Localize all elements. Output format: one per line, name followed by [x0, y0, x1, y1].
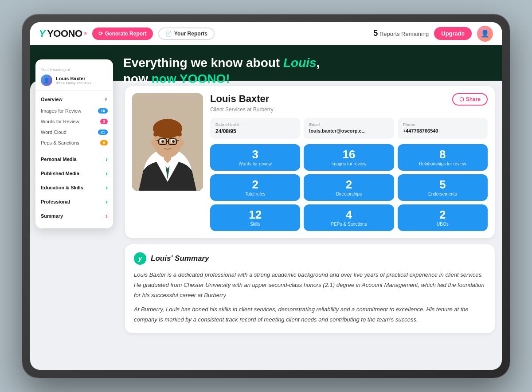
reports-count: 5	[373, 29, 378, 38]
sidebar-item-peps[interactable]: Peps & Sanctions 8	[35, 137, 113, 148]
logo-registered-icon: ®	[84, 31, 87, 36]
summary-section: y Louis' Summary Louis Baxter is a dedic…	[125, 244, 495, 333]
email-field: Email louis.baxter@oscorp.c...	[304, 118, 394, 139]
stat-roles-number: 2	[214, 179, 297, 190]
sidebar-item-overview[interactable]: Overview ∨	[35, 93, 113, 106]
logo-y-icon: Y	[39, 28, 45, 39]
dob-field: Date of birth 24/08/95	[210, 118, 300, 139]
navbar: Y YOONO ® ⟳ Generate Report 📄 Your Repor…	[30, 22, 502, 45]
sidebar-profile-section: You're looking at: 👤 Louis Baxter 09:14 …	[35, 64, 113, 91]
nav-divider-1	[35, 150, 113, 150]
tablet-device: Y YOONO ® ⟳ Generate Report 📄 Your Repor…	[22, 14, 510, 378]
stat-ubos-number: 2	[401, 209, 484, 220]
hero-comma: ,	[317, 56, 320, 70]
stat-rel-label: Relationships for review	[401, 161, 484, 166]
images-label: Images for Review	[41, 108, 81, 114]
summary-title: Louis' Summary	[151, 254, 209, 263]
stat-images: 16 Images for review	[304, 144, 394, 171]
hero-name: Louis	[283, 56, 317, 70]
upgrade-button[interactable]: Upgrade	[434, 27, 472, 40]
profile-name: Louis Baxter	[210, 93, 269, 105]
stat-roles: 2 Total roles	[210, 174, 300, 201]
wordcloud-label: Word Cloud	[41, 129, 66, 135]
published-media-label: Published Media	[41, 171, 79, 176]
stat-ubos-label: UBOs	[401, 222, 484, 227]
personal-media-label: Personal Media	[41, 157, 77, 162]
sidebar-item-words[interactable]: Words for Review 3	[35, 116, 113, 127]
stat-dir-label: Directorships	[307, 192, 390, 196]
summary-header: y Louis' Summary	[134, 252, 486, 265]
sidebar-item-images[interactable]: Images for Review 16	[35, 106, 113, 116]
dob-label: Date of birth	[215, 122, 295, 127]
words-badge: 3	[100, 119, 108, 124]
stat-peps-number: 4	[307, 209, 390, 220]
generate-report-button[interactable]: ⟳ Generate Report	[92, 27, 153, 40]
dob-value: 24/08/95	[215, 128, 295, 134]
summary-para-1: Louis Baxter is a dedicated professional…	[134, 270, 486, 300]
svg-point-8	[172, 140, 175, 143]
phone-label: Phone	[403, 122, 482, 127]
phone-value: +447768766540	[403, 128, 482, 133]
profile-photo	[132, 93, 203, 191]
user-avatar[interactable]: 👤	[477, 26, 493, 42]
sidebar-item-professional[interactable]: Professional ›	[35, 195, 113, 209]
phone-field: Phone +447768766540	[398, 118, 488, 139]
svg-line-12	[156, 141, 159, 141]
education-chevron: ›	[106, 184, 108, 191]
sidebar-item-published-media[interactable]: Published Media ›	[35, 166, 113, 180]
hero-now: now	[123, 72, 152, 86]
sidebar-item-personal-media[interactable]: Personal Media ›	[35, 152, 113, 166]
sidebar-item-summary[interactable]: Summary ›	[35, 209, 113, 223]
sidebar-item-education[interactable]: Education & Skills ›	[35, 180, 113, 195]
stat-directorships: 2 Directorships	[304, 174, 394, 201]
summary-nav-label: Summary	[41, 213, 63, 219]
profile-mini: 👤 Louis Baxter 09:14 Friday 26th April	[41, 74, 108, 86]
stat-peps-label: PEPs & Sanctions	[307, 222, 390, 227]
stat-ubos: 2 UBOs	[398, 204, 488, 231]
svg-point-15	[180, 140, 184, 146]
images-badge: 16	[98, 108, 108, 114]
stat-words-label: Words for review	[214, 161, 297, 166]
profile-content-area: Louis Baxter ⬡ Share Client Services at …	[118, 81, 502, 370]
stat-images-number: 16	[307, 149, 390, 160]
profile-photo-svg	[132, 93, 203, 191]
tablet-screen: Y YOONO ® ⟳ Generate Report 📄 Your Repor…	[30, 22, 502, 370]
overview-chevron: ∨	[104, 96, 108, 102]
stat-roles-label: Total roles	[214, 192, 297, 196]
sidebar-profile-name: Louis Baxter	[56, 76, 91, 81]
education-label: Education & Skills	[41, 185, 83, 190]
sidebar-avatar: 👤	[41, 74, 52, 86]
stat-dir-number: 2	[307, 179, 390, 190]
peps-label: Peps & Sanctions	[41, 140, 79, 145]
stat-relationships: 8 Relationships for review	[398, 144, 488, 171]
stat-end-label: Endorsements	[401, 192, 484, 196]
logo-text: YOONO	[47, 28, 82, 39]
email-label: Email	[309, 122, 388, 127]
your-reports-button[interactable]: 📄 Your Reports	[158, 27, 215, 40]
sidebar-item-wordcloud[interactable]: Word Cloud 21	[35, 127, 113, 137]
stat-skills: 12 Skills	[210, 204, 300, 231]
summary-para-2: At Burberry, Louis has honed his skills …	[134, 305, 486, 325]
reports-icon: 📄	[165, 31, 172, 37]
stat-end-number: 5	[401, 179, 484, 190]
svg-point-14	[151, 140, 156, 146]
sidebar: You're looking at: 👤 Louis Baxter 09:14 …	[35, 59, 113, 228]
hero-prefix: Everything we know about	[123, 56, 283, 70]
share-icon: ⬡	[459, 96, 464, 102]
stats-grid: 3 Words for review 16 Images for review …	[210, 144, 488, 231]
generate-report-label: Generate Report	[105, 31, 147, 37]
reports-remaining-label: Reports Remaining	[379, 31, 429, 37]
stat-words: 3 Words for review	[210, 144, 300, 171]
published-media-chevron: ›	[106, 170, 108, 177]
email-value: louis.baxter@oscorp.c...	[309, 128, 388, 133]
hero-section: Everything we know about Louis, now now …	[123, 55, 320, 87]
share-button[interactable]: ⬡ Share	[452, 93, 488, 106]
stat-words-number: 3	[214, 149, 297, 160]
stat-images-label: Images for review	[307, 161, 390, 166]
stat-rel-number: 8	[401, 149, 484, 160]
avatar-icon: 👤	[481, 29, 489, 38]
stat-skills-number: 12	[214, 209, 297, 220]
main-area: Everything we know about Louis, now now …	[30, 45, 502, 370]
sidebar-profile-time: 09:14 Friday 26th April	[56, 81, 91, 85]
words-label: Words for Review	[41, 119, 79, 124]
